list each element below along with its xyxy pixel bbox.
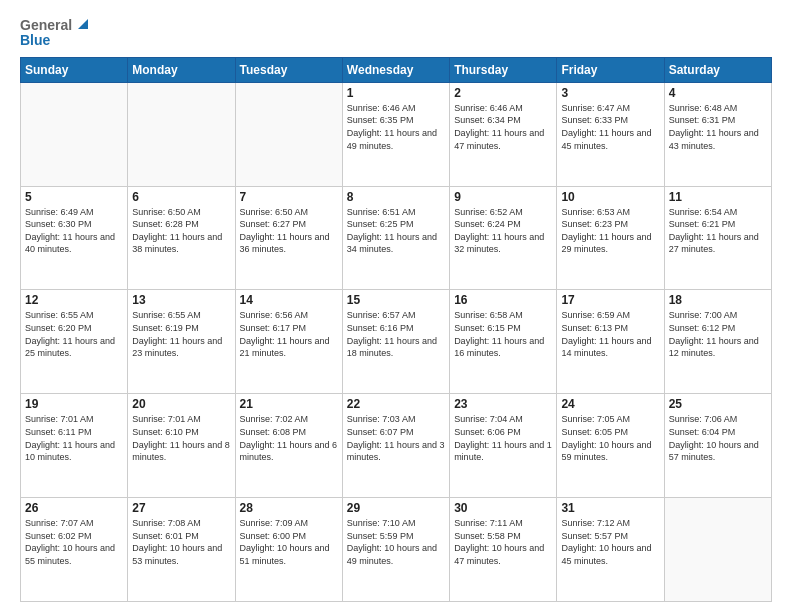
day-info: Sunrise: 6:50 AM Sunset: 6:28 PM Dayligh… <box>132 206 230 256</box>
calendar-cell <box>235 82 342 186</box>
calendar-cell: 30Sunrise: 7:11 AM Sunset: 5:58 PM Dayli… <box>450 498 557 602</box>
calendar-week-row: 5Sunrise: 6:49 AM Sunset: 6:30 PM Daylig… <box>21 186 772 290</box>
day-number: 15 <box>347 293 445 307</box>
day-info: Sunrise: 7:06 AM Sunset: 6:04 PM Dayligh… <box>669 413 767 463</box>
calendar-cell: 29Sunrise: 7:10 AM Sunset: 5:59 PM Dayli… <box>342 498 449 602</box>
day-number: 13 <box>132 293 230 307</box>
day-info: Sunrise: 6:47 AM Sunset: 6:33 PM Dayligh… <box>561 102 659 152</box>
day-number: 1 <box>347 86 445 100</box>
day-number: 17 <box>561 293 659 307</box>
day-number: 2 <box>454 86 552 100</box>
day-info: Sunrise: 7:04 AM Sunset: 6:06 PM Dayligh… <box>454 413 552 463</box>
day-number: 24 <box>561 397 659 411</box>
calendar-cell: 10Sunrise: 6:53 AM Sunset: 6:23 PM Dayli… <box>557 186 664 290</box>
calendar-cell: 11Sunrise: 6:54 AM Sunset: 6:21 PM Dayli… <box>664 186 771 290</box>
calendar-cell: 22Sunrise: 7:03 AM Sunset: 6:07 PM Dayli… <box>342 394 449 498</box>
day-number: 18 <box>669 293 767 307</box>
logo-general: General <box>20 18 72 33</box>
day-info: Sunrise: 7:08 AM Sunset: 6:01 PM Dayligh… <box>132 517 230 567</box>
day-number: 19 <box>25 397 123 411</box>
calendar-cell: 28Sunrise: 7:09 AM Sunset: 6:00 PM Dayli… <box>235 498 342 602</box>
day-info: Sunrise: 6:55 AM Sunset: 6:20 PM Dayligh… <box>25 309 123 359</box>
day-info: Sunrise: 6:48 AM Sunset: 6:31 PM Dayligh… <box>669 102 767 152</box>
day-number: 8 <box>347 190 445 204</box>
calendar-cell: 1Sunrise: 6:46 AM Sunset: 6:35 PM Daylig… <box>342 82 449 186</box>
day-number: 26 <box>25 501 123 515</box>
calendar-cell <box>21 82 128 186</box>
day-info: Sunrise: 7:03 AM Sunset: 6:07 PM Dayligh… <box>347 413 445 463</box>
calendar-cell: 6Sunrise: 6:50 AM Sunset: 6:28 PM Daylig… <box>128 186 235 290</box>
day-number: 21 <box>240 397 338 411</box>
day-number: 29 <box>347 501 445 515</box>
day-number: 5 <box>25 190 123 204</box>
calendar-week-row: 1Sunrise: 6:46 AM Sunset: 6:35 PM Daylig… <box>21 82 772 186</box>
day-number: 25 <box>669 397 767 411</box>
page: General Blue SundayMondayTuesdayWednesda… <box>0 0 792 612</box>
logo-text: General Blue <box>20 18 92 49</box>
calendar-cell: 9Sunrise: 6:52 AM Sunset: 6:24 PM Daylig… <box>450 186 557 290</box>
day-info: Sunrise: 7:02 AM Sunset: 6:08 PM Dayligh… <box>240 413 338 463</box>
calendar-cell: 16Sunrise: 6:58 AM Sunset: 6:15 PM Dayli… <box>450 290 557 394</box>
day-number: 30 <box>454 501 552 515</box>
day-number: 20 <box>132 397 230 411</box>
calendar-cell: 7Sunrise: 6:50 AM Sunset: 6:27 PM Daylig… <box>235 186 342 290</box>
weekday-header: Wednesday <box>342 57 449 82</box>
calendar-cell: 26Sunrise: 7:07 AM Sunset: 6:02 PM Dayli… <box>21 498 128 602</box>
calendar-cell: 5Sunrise: 6:49 AM Sunset: 6:30 PM Daylig… <box>21 186 128 290</box>
day-number: 4 <box>669 86 767 100</box>
calendar-cell: 23Sunrise: 7:04 AM Sunset: 6:06 PM Dayli… <box>450 394 557 498</box>
calendar-cell <box>128 82 235 186</box>
day-info: Sunrise: 7:10 AM Sunset: 5:59 PM Dayligh… <box>347 517 445 567</box>
day-number: 3 <box>561 86 659 100</box>
calendar-cell: 20Sunrise: 7:01 AM Sunset: 6:10 PM Dayli… <box>128 394 235 498</box>
day-info: Sunrise: 6:54 AM Sunset: 6:21 PM Dayligh… <box>669 206 767 256</box>
weekday-header: Thursday <box>450 57 557 82</box>
day-info: Sunrise: 6:50 AM Sunset: 6:27 PM Dayligh… <box>240 206 338 256</box>
day-info: Sunrise: 6:56 AM Sunset: 6:17 PM Dayligh… <box>240 309 338 359</box>
day-info: Sunrise: 6:57 AM Sunset: 6:16 PM Dayligh… <box>347 309 445 359</box>
calendar-cell: 4Sunrise: 6:48 AM Sunset: 6:31 PM Daylig… <box>664 82 771 186</box>
day-number: 22 <box>347 397 445 411</box>
day-info: Sunrise: 7:07 AM Sunset: 6:02 PM Dayligh… <box>25 517 123 567</box>
calendar-cell: 21Sunrise: 7:02 AM Sunset: 6:08 PM Dayli… <box>235 394 342 498</box>
logo-blue: Blue <box>20 33 92 48</box>
day-info: Sunrise: 6:58 AM Sunset: 6:15 PM Dayligh… <box>454 309 552 359</box>
calendar-cell: 3Sunrise: 6:47 AM Sunset: 6:33 PM Daylig… <box>557 82 664 186</box>
day-number: 12 <box>25 293 123 307</box>
day-info: Sunrise: 6:46 AM Sunset: 6:34 PM Dayligh… <box>454 102 552 152</box>
day-number: 11 <box>669 190 767 204</box>
logo-triangle-icon <box>74 15 92 33</box>
day-number: 31 <box>561 501 659 515</box>
day-info: Sunrise: 6:55 AM Sunset: 6:19 PM Dayligh… <box>132 309 230 359</box>
calendar-cell: 31Sunrise: 7:12 AM Sunset: 5:57 PM Dayli… <box>557 498 664 602</box>
day-number: 14 <box>240 293 338 307</box>
day-info: Sunrise: 7:01 AM Sunset: 6:11 PM Dayligh… <box>25 413 123 463</box>
day-info: Sunrise: 7:12 AM Sunset: 5:57 PM Dayligh… <box>561 517 659 567</box>
day-number: 23 <box>454 397 552 411</box>
day-info: Sunrise: 6:46 AM Sunset: 6:35 PM Dayligh… <box>347 102 445 152</box>
day-number: 27 <box>132 501 230 515</box>
weekday-header: Sunday <box>21 57 128 82</box>
weekday-header: Friday <box>557 57 664 82</box>
calendar-cell <box>664 498 771 602</box>
day-info: Sunrise: 6:51 AM Sunset: 6:25 PM Dayligh… <box>347 206 445 256</box>
weekday-header: Saturday <box>664 57 771 82</box>
calendar-cell: 25Sunrise: 7:06 AM Sunset: 6:04 PM Dayli… <box>664 394 771 498</box>
header: General Blue <box>20 18 772 49</box>
day-info: Sunrise: 6:53 AM Sunset: 6:23 PM Dayligh… <box>561 206 659 256</box>
calendar-table: SundayMondayTuesdayWednesdayThursdayFrid… <box>20 57 772 602</box>
svg-marker-0 <box>78 19 88 29</box>
weekday-header: Tuesday <box>235 57 342 82</box>
day-info: Sunrise: 6:52 AM Sunset: 6:24 PM Dayligh… <box>454 206 552 256</box>
day-info: Sunrise: 7:00 AM Sunset: 6:12 PM Dayligh… <box>669 309 767 359</box>
calendar-week-row: 26Sunrise: 7:07 AM Sunset: 6:02 PM Dayli… <box>21 498 772 602</box>
day-number: 9 <box>454 190 552 204</box>
weekday-header-row: SundayMondayTuesdayWednesdayThursdayFrid… <box>21 57 772 82</box>
day-info: Sunrise: 7:05 AM Sunset: 6:05 PM Dayligh… <box>561 413 659 463</box>
calendar-cell: 17Sunrise: 6:59 AM Sunset: 6:13 PM Dayli… <box>557 290 664 394</box>
day-info: Sunrise: 7:09 AM Sunset: 6:00 PM Dayligh… <box>240 517 338 567</box>
day-info: Sunrise: 6:49 AM Sunset: 6:30 PM Dayligh… <box>25 206 123 256</box>
day-number: 6 <box>132 190 230 204</box>
day-info: Sunrise: 7:01 AM Sunset: 6:10 PM Dayligh… <box>132 413 230 463</box>
day-info: Sunrise: 7:11 AM Sunset: 5:58 PM Dayligh… <box>454 517 552 567</box>
